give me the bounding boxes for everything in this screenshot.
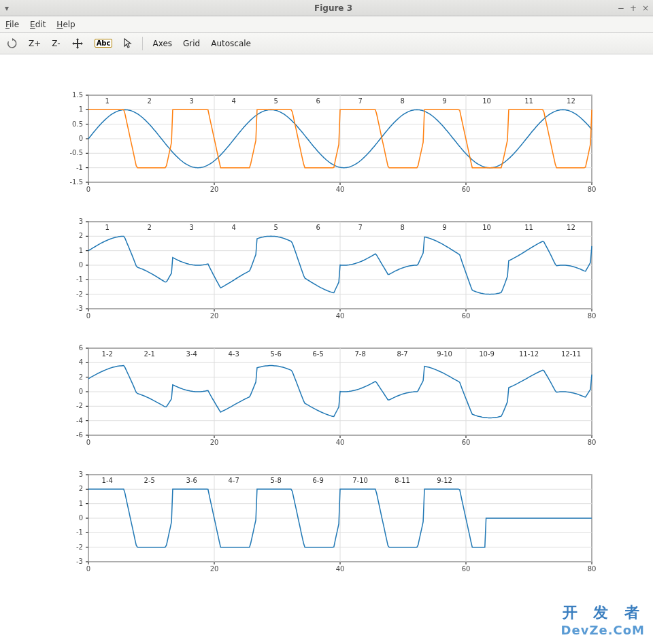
svg-text:80: 80: [588, 565, 597, 573]
svg-text:0: 0: [86, 312, 90, 320]
menubar: File Edit Help: [0, 16, 653, 33]
titlebar: ▾ Figure 3 − + ×: [0, 0, 653, 16]
svg-text:60: 60: [462, 439, 471, 446]
svg-text:20: 20: [210, 565, 219, 573]
svg-text:6-5: 6-5: [312, 350, 323, 358]
svg-text:80: 80: [588, 439, 597, 446]
svg-text:20: 20: [210, 439, 219, 446]
svg-text:2-5: 2-5: [144, 477, 155, 484]
svg-text:5-6: 5-6: [270, 350, 281, 358]
svg-text:7: 7: [358, 224, 362, 231]
svg-text:-2: -2: [76, 290, 83, 298]
svg-text:20: 20: [210, 312, 219, 320]
svg-text:6: 6: [79, 344, 83, 352]
svg-text:7-8: 7-8: [354, 350, 365, 358]
toolbar: Z+ Z- Abc Axes Grid Autoscale: [0, 33, 653, 54]
minimize-button[interactable]: −: [618, 3, 624, 13]
svg-text:1-4: 1-4: [102, 477, 113, 484]
figure-canvas[interactable]: 020406080-1.5-1-0.500.511.51234567891011…: [0, 54, 653, 644]
svg-text:40: 40: [336, 565, 345, 573]
watermark-en: DevZe.CoM: [561, 623, 645, 637]
svg-text:4-3: 4-3: [229, 350, 239, 358]
svg-text:1.5: 1.5: [72, 91, 83, 99]
svg-text:40: 40: [336, 439, 345, 446]
svg-text:3: 3: [190, 97, 194, 105]
watermark: 开 发 者 DevZe.CoM: [561, 603, 645, 637]
svg-text:11: 11: [524, 97, 533, 105]
svg-text:3-6: 3-6: [186, 477, 197, 484]
menu-file[interactable]: File: [5, 20, 19, 29]
svg-text:3: 3: [190, 224, 194, 231]
svg-text:1: 1: [79, 247, 83, 254]
svg-text:8: 8: [400, 224, 404, 231]
svg-text:3: 3: [79, 471, 83, 478]
svg-text:0: 0: [79, 261, 83, 269]
menu-help[interactable]: Help: [56, 20, 75, 29]
svg-text:5: 5: [273, 97, 278, 105]
svg-text:0: 0: [86, 186, 90, 193]
svg-text:4-7: 4-7: [229, 477, 239, 484]
plot-area: 020406080-1.5-1-0.500.511.51234567891011…: [0, 54, 653, 644]
svg-text:-0.5: -0.5: [69, 149, 83, 156]
svg-text:-2: -2: [76, 543, 83, 551]
svg-text:-3: -3: [76, 558, 83, 565]
svg-text:9: 9: [442, 224, 446, 231]
svg-text:80: 80: [588, 312, 597, 320]
svg-text:10: 10: [482, 97, 491, 105]
menu-edit[interactable]: Edit: [30, 20, 46, 29]
svg-text:12-11: 12-11: [561, 350, 581, 358]
svg-text:1: 1: [79, 500, 83, 507]
svg-text:8-11: 8-11: [395, 477, 410, 484]
zoom-in-button[interactable]: Z+: [26, 36, 44, 51]
svg-text:-1: -1: [76, 275, 83, 283]
move-icon[interactable]: [69, 36, 86, 51]
axes-button[interactable]: Axes: [150, 36, 175, 51]
svg-text:6-9: 6-9: [312, 477, 323, 484]
svg-text:0: 0: [79, 135, 83, 142]
close-button[interactable]: ×: [642, 3, 649, 13]
svg-text:12: 12: [567, 224, 575, 231]
svg-text:9: 9: [442, 97, 446, 105]
grid-button[interactable]: Grid: [180, 36, 203, 51]
pointer-icon[interactable]: [120, 36, 135, 51]
maximize-button[interactable]: +: [630, 3, 637, 13]
watermark-cn: 开 发 者: [561, 603, 645, 623]
svg-text:0: 0: [86, 565, 90, 573]
svg-text:9-10: 9-10: [437, 350, 452, 358]
svg-text:4: 4: [231, 97, 235, 105]
svg-text:6: 6: [316, 97, 320, 105]
autoscale-button[interactable]: Autoscale: [208, 36, 254, 51]
svg-text:-6: -6: [76, 431, 83, 439]
svg-text:0: 0: [79, 388, 83, 395]
svg-text:1-2: 1-2: [102, 350, 113, 358]
svg-text:40: 40: [336, 186, 345, 193]
svg-text:40: 40: [336, 312, 345, 320]
svg-text:2: 2: [79, 485, 83, 492]
svg-text:12: 12: [567, 97, 575, 105]
svg-text:20: 20: [210, 186, 219, 193]
svg-text:7: 7: [358, 97, 362, 105]
svg-text:1: 1: [105, 224, 110, 231]
svg-text:1: 1: [79, 105, 83, 113]
zoom-out-button[interactable]: Z-: [49, 36, 63, 51]
svg-text:60: 60: [462, 186, 471, 193]
svg-text:6: 6: [316, 224, 320, 231]
svg-text:8-7: 8-7: [397, 350, 407, 358]
svg-text:0.5: 0.5: [72, 120, 83, 128]
window-title: Figure 3: [14, 3, 653, 13]
svg-text:2: 2: [79, 232, 83, 239]
label-icon[interactable]: Abc: [92, 36, 116, 51]
window-menu-icon[interactable]: ▾: [0, 3, 14, 13]
svg-text:2: 2: [148, 97, 152, 105]
svg-text:3: 3: [79, 218, 83, 225]
svg-text:0: 0: [86, 439, 90, 446]
svg-text:80: 80: [588, 186, 597, 193]
svg-text:4: 4: [79, 358, 83, 366]
svg-text:9-12: 9-12: [437, 477, 452, 484]
svg-text:-1: -1: [76, 528, 83, 536]
svg-text:-3: -3: [76, 305, 83, 312]
svg-text:11-12: 11-12: [519, 350, 539, 358]
svg-text:60: 60: [462, 312, 471, 320]
svg-text:11: 11: [524, 224, 533, 231]
refresh-icon[interactable]: [4, 36, 20, 51]
